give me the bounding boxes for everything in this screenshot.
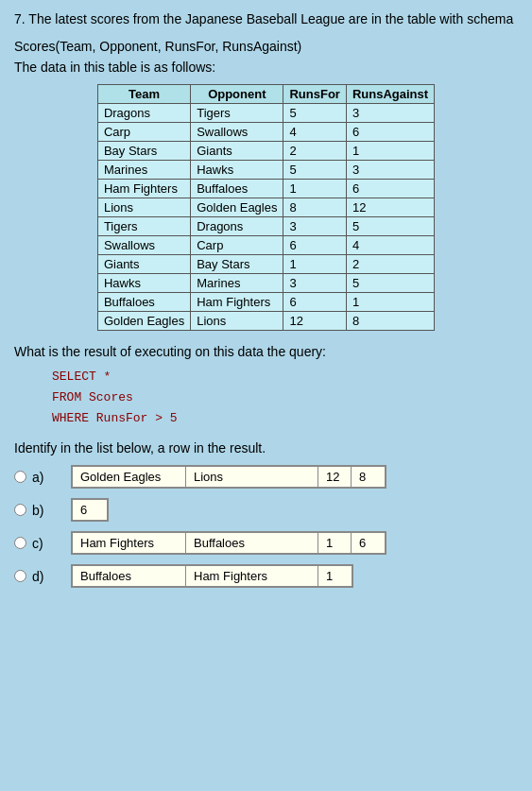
- answer-box-2: Ham FightersBuffaloes16: [71, 531, 386, 555]
- table-cell: 4: [283, 123, 346, 142]
- question-container: 7. The latest scores from the Japanese B…: [14, 9, 518, 588]
- table-cell: 5: [283, 161, 346, 180]
- options-container: a)Golden EaglesLions128b)6c)Ham Fighters…: [14, 465, 518, 588]
- table-cell: Giants: [191, 142, 283, 161]
- table-cell: Hawks: [191, 161, 283, 180]
- table-cell: Giants: [97, 255, 190, 274]
- table-row: SwallowsCarp64: [97, 236, 434, 255]
- table-cell: Dragons: [191, 217, 283, 236]
- table-row: DragonsTigers53: [97, 104, 434, 123]
- table-cell: Carp: [97, 123, 190, 142]
- table-cell: Bay Stars: [191, 255, 283, 274]
- code-block: SELECT * FROM Scores WHERE RunsFor > 5: [52, 367, 518, 429]
- table-cell: Golden Eagles: [97, 312, 190, 331]
- table-row: Bay StarsGiants21: [97, 142, 434, 161]
- table-cell: Bay Stars: [97, 142, 190, 161]
- option-radio-0[interactable]: [14, 471, 26, 483]
- table-cell: 2: [283, 142, 346, 161]
- table-cell: 3: [283, 217, 346, 236]
- table-cell: 3: [346, 104, 434, 123]
- table-cell: Buffaloes: [97, 293, 190, 312]
- table-cell: 8: [283, 198, 346, 217]
- table-intro: The data in this table is as follows:: [14, 60, 518, 75]
- answer-cell-0-3: 8: [352, 467, 385, 487]
- table-cell: 6: [283, 236, 346, 255]
- scores-table: Team Opponent RunsFor RunsAgainst Dragon…: [97, 84, 435, 331]
- answer-cell-2-3: 6: [352, 533, 385, 553]
- table-cell: 1: [283, 180, 346, 198]
- table-row: LionsGolden Eagles812: [97, 198, 434, 217]
- table-row: Golden EaglesLions128: [97, 312, 434, 331]
- table-row: MarinesHawks53: [97, 161, 434, 180]
- answer-box-3: BuffaloesHam Fighters1: [71, 564, 353, 588]
- table-cell: 3: [283, 274, 346, 293]
- table-cell: 5: [346, 217, 434, 236]
- option-label-0: a): [14, 470, 71, 485]
- table-cell: Marines: [97, 161, 190, 180]
- query-line1: SELECT *: [52, 367, 518, 387]
- table-cell: Ham Fighters: [97, 180, 190, 198]
- table-cell: 4: [346, 236, 434, 255]
- option-row-b: b)6: [14, 498, 518, 522]
- answer-cell-0-0: Golden Eagles: [73, 467, 186, 487]
- table-cell: 8: [346, 312, 434, 331]
- table-cell: 5: [283, 104, 346, 123]
- table-row: TigersDragons35: [97, 217, 434, 236]
- question-number: 7.: [14, 11, 26, 26]
- table-cell: Tigers: [97, 217, 190, 236]
- table-cell: Buffaloes: [191, 180, 283, 198]
- query-line3: WHERE RunsFor > 5: [52, 408, 518, 429]
- table-cell: 6: [346, 180, 434, 198]
- option-letter-0: a): [32, 470, 43, 485]
- table-cell: 12: [283, 312, 346, 331]
- table-cell: Swallows: [97, 236, 190, 255]
- col-runsagainst: RunsAgainst: [346, 85, 434, 104]
- question-header: 7. The latest scores from the Japanese B…: [14, 9, 518, 29]
- option-row-a: a)Golden EaglesLions128: [14, 465, 518, 489]
- table-cell: 1: [346, 293, 434, 312]
- identify-text: Identify in the list below, a row in the…: [14, 440, 518, 456]
- table-cell: Tigers: [191, 104, 283, 123]
- option-letter-1: b): [32, 503, 43, 518]
- table-cell: Lions: [97, 198, 190, 217]
- table-cell: Ham Fighters: [191, 293, 283, 312]
- table-cell: 1: [346, 142, 434, 161]
- answer-cell-2-1: Buffaloes: [186, 533, 318, 553]
- schema-text: Scores(Team, Opponent, RunsFor, RunsAgai…: [14, 39, 518, 54]
- answer-cell-0-2: 12: [318, 467, 352, 487]
- query-line2: FROM Scores: [52, 387, 518, 408]
- option-row-c: c)Ham FightersBuffaloes16: [14, 531, 518, 555]
- option-radio-2[interactable]: [14, 537, 26, 549]
- option-letter-2: c): [32, 536, 43, 551]
- answer-box-0: Golden EaglesLions128: [71, 465, 386, 489]
- table-cell: 1: [283, 255, 346, 274]
- answer-cell-2-0: Ham Fighters: [73, 533, 186, 553]
- table-cell: Swallows: [191, 123, 283, 142]
- option-radio-3[interactable]: [14, 570, 26, 582]
- table-cell: 6: [283, 293, 346, 312]
- table-cell: Hawks: [97, 274, 190, 293]
- col-runsfor: RunsFor: [283, 85, 346, 104]
- option-label-1: b): [14, 503, 71, 518]
- table-row: Ham FightersBuffaloes16: [97, 180, 434, 198]
- table-cell: 3: [346, 161, 434, 180]
- col-team: Team: [97, 85, 190, 104]
- single-answer-cell: 6: [71, 498, 109, 522]
- table-cell: 2: [346, 255, 434, 274]
- answer-cell-0-1: Lions: [186, 467, 318, 487]
- table-cell: Dragons: [97, 104, 190, 123]
- table-cell: 6: [346, 123, 434, 142]
- option-label-2: c): [14, 536, 71, 551]
- table-row: CarpSwallows46: [97, 123, 434, 142]
- table-row: GiantsBay Stars12: [97, 255, 434, 274]
- option-label-3: d): [14, 569, 71, 584]
- col-opponent: Opponent: [191, 85, 283, 104]
- table-cell: Marines: [191, 274, 283, 293]
- question-text: The latest scores from the Japanese Base…: [28, 11, 513, 26]
- answer-cell-3-1: Ham Fighters: [186, 566, 318, 586]
- answer-cell-3-0: Buffaloes: [73, 566, 186, 586]
- table-cell: 12: [346, 198, 434, 217]
- table-cell: Golden Eagles: [191, 198, 283, 217]
- query-intro: What is the result of executing on this …: [14, 344, 518, 359]
- option-radio-1[interactable]: [14, 504, 26, 516]
